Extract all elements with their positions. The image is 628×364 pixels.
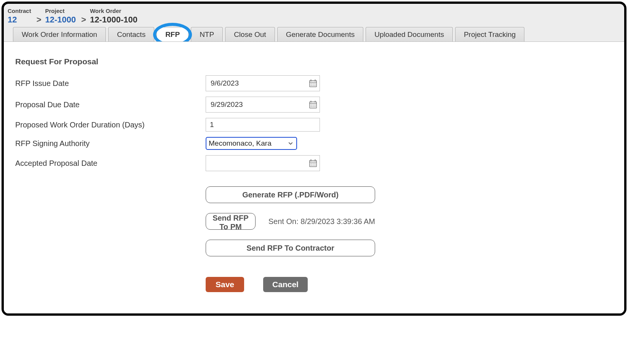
calendar-icon[interactable]: [309, 100, 317, 109]
tab-rfp[interactable]: RFP: [157, 27, 189, 42]
calendar-icon[interactable]: [309, 79, 317, 87]
sent-on-text: Sent On: 8/29/2023 3:39:36 AM: [268, 217, 375, 226]
send-rfp-to-pm-button[interactable]: Send RFP To PM: [206, 213, 256, 230]
label-proposed-duration: Proposed Work Order Duration (Days): [15, 121, 206, 129]
breadcrumb-label-contract: Contract: [8, 8, 31, 14]
chevron-down-icon: [288, 141, 293, 146]
tab-generate-documents[interactable]: Generate Documents: [277, 27, 364, 42]
rfp-issue-date-input[interactable]: [210, 79, 309, 88]
rfp-issue-date-field[interactable]: [206, 75, 320, 91]
generate-rfp-button[interactable]: Generate RFP (.PDF/Word): [206, 186, 375, 203]
accepted-proposal-date-input[interactable]: [210, 159, 309, 168]
signing-authority-select[interactable]: Mecomonaco, Kara: [206, 137, 297, 150]
tab-ntp[interactable]: NTP: [191, 27, 223, 42]
signing-authority-value: Mecomonaco, Kara: [209, 139, 288, 148]
tab-uploaded-documents[interactable]: Uploaded Documents: [366, 27, 453, 42]
section-title: Request For Proposal: [15, 57, 613, 66]
label-accepted-proposal-date: Accepted Proposal Date: [15, 159, 206, 168]
rfp-panel: Request For Proposal RFP Issue Date Prop…: [4, 41, 624, 313]
breadcrumb-separator: >: [81, 15, 86, 25]
breadcrumb-label-workorder: Work Order: [90, 8, 137, 14]
tab-contacts[interactable]: Contacts: [108, 27, 154, 42]
proposed-duration-input[interactable]: [206, 118, 320, 132]
proposal-due-date-field[interactable]: [206, 97, 320, 113]
label-signing-authority: RFP Signing Authority: [15, 139, 206, 148]
breadcrumb-link-project[interactable]: 12-1000: [45, 15, 76, 25]
tab-work-order-information[interactable]: Work Order Information: [13, 27, 106, 42]
send-rfp-to-contractor-button[interactable]: Send RFP To Contractor: [206, 240, 375, 256]
tab-close-out[interactable]: Close Out: [225, 27, 275, 42]
breadcrumb-label-project: Project: [45, 8, 76, 14]
cancel-button[interactable]: Cancel: [263, 277, 308, 292]
tab-bar: Work Order Information Contacts RFP NTP …: [4, 27, 624, 42]
breadcrumb-separator: >: [37, 15, 42, 25]
breadcrumb: Contract 12 > Project 12-1000 > Work Ord…: [4, 4, 624, 27]
calendar-icon[interactable]: [309, 159, 317, 167]
proposal-due-date-input[interactable]: [210, 100, 309, 109]
tab-project-tracking[interactable]: Project Tracking: [455, 27, 524, 42]
label-rfp-issue-date: RFP Issue Date: [15, 79, 206, 88]
breadcrumb-link-contract[interactable]: 12: [8, 15, 31, 25]
save-button[interactable]: Save: [206, 277, 244, 292]
accepted-proposal-date-field[interactable]: [206, 155, 320, 171]
label-proposal-due-date: Proposal Due Date: [15, 100, 206, 109]
breadcrumb-current-workorder: 12-1000-100: [90, 15, 137, 25]
